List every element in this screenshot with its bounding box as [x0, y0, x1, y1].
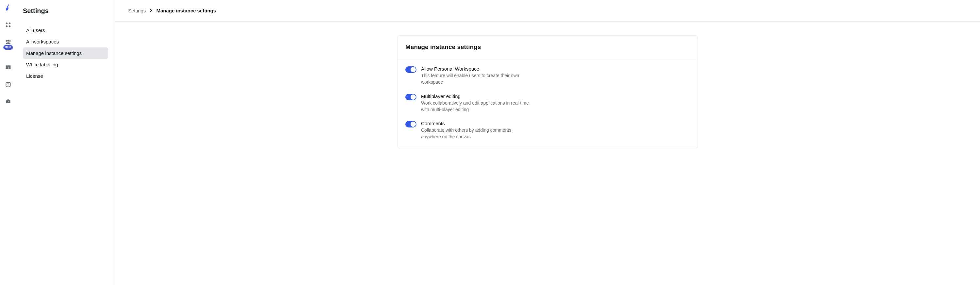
svg-rect-12: [7, 99, 9, 100]
svg-point-0: [6, 22, 8, 24]
setting-personal-workspace: Allow Personal Workspace This feature wi…: [405, 66, 690, 86]
breadcrumb-root[interactable]: Settings: [128, 8, 146, 13]
chevron-right-icon: [150, 8, 152, 13]
setting-label: Comments: [421, 121, 532, 126]
svg-point-6: [9, 40, 11, 42]
breadcrumb-current: Manage instance settings: [156, 8, 216, 13]
rail-apps-icon[interactable]: [4, 21, 12, 29]
setting-description: Collaborate with others by adding commen…: [421, 127, 532, 140]
rail-briefcase-icon[interactable]: [4, 97, 12, 105]
setting-comments: Comments Collaborate with others by addi…: [405, 121, 690, 140]
card-title: Manage instance settings: [405, 43, 690, 51]
settings-sidebar: Settings All users All workspaces Manage…: [16, 0, 115, 285]
sidebar-item-label: All workspaces: [26, 39, 59, 45]
toggle-personal-workspace[interactable]: [405, 66, 417, 73]
setting-description: Work collaboratively and edit applicatio…: [421, 100, 532, 113]
sidebar-item-label: Manage instance settings: [26, 50, 82, 56]
svg-point-1: [8, 22, 10, 24]
setting-label: Allow Personal Workspace: [421, 66, 532, 72]
toggle-multiplayer-editing[interactable]: [405, 94, 417, 100]
icon-rail: Beta: [0, 0, 16, 285]
rail-home-icon[interactable]: [4, 4, 12, 12]
svg-point-5: [6, 40, 7, 42]
svg-point-10: [6, 82, 10, 84]
sidebar-item-label: All users: [26, 27, 45, 33]
rail-badge-beta: Beta: [3, 45, 13, 50]
sidebar-item-all-workspaces[interactable]: All workspaces: [23, 36, 108, 48]
card-header: Manage instance settings: [398, 36, 698, 58]
card-body: Allow Personal Workspace This feature wi…: [398, 58, 698, 148]
toggle-comments[interactable]: [405, 121, 417, 127]
sidebar-item-label: License: [26, 73, 43, 79]
rail-layout-icon[interactable]: [4, 64, 12, 71]
svg-point-2: [6, 25, 8, 27]
svg-point-3: [8, 25, 10, 27]
rail-users-icon: [4, 38, 12, 46]
sidebar-item-manage-instance[interactable]: Manage instance settings: [23, 48, 108, 59]
sidebar-items: All users All workspaces Manage instance…: [23, 24, 108, 82]
setting-text: Multiplayer editing Work collaboratively…: [421, 94, 532, 113]
rail-database-icon[interactable]: [4, 80, 12, 88]
svg-rect-9: [8, 67, 10, 69]
setting-description: This feature will enable users to create…: [421, 72, 532, 86]
sidebar-item-license[interactable]: License: [23, 70, 108, 82]
setting-multiplayer-editing: Multiplayer editing Work collaboratively…: [405, 94, 690, 113]
sidebar-title: Settings: [23, 7, 108, 15]
svg-rect-13: [8, 101, 8, 102]
topbar: Settings Manage instance settings: [115, 0, 980, 22]
svg-point-4: [7, 40, 9, 41]
setting-text: Comments Collaborate with others by addi…: [421, 121, 532, 140]
svg-rect-8: [6, 67, 8, 69]
content: Manage instance settings Allow Personal …: [115, 22, 980, 285]
sidebar-item-white-labelling[interactable]: White labelling: [23, 59, 108, 70]
sidebar-item-all-users[interactable]: All users: [23, 24, 108, 36]
settings-card: Manage instance settings Allow Personal …: [397, 35, 698, 148]
setting-text: Allow Personal Workspace This feature wi…: [421, 66, 532, 86]
svg-rect-7: [6, 65, 10, 67]
sidebar-item-label: White labelling: [26, 62, 58, 67]
main: Settings Manage instance settings Manage…: [115, 0, 980, 285]
rail-users-group[interactable]: Beta: [4, 38, 12, 54]
setting-label: Multiplayer editing: [421, 94, 532, 99]
